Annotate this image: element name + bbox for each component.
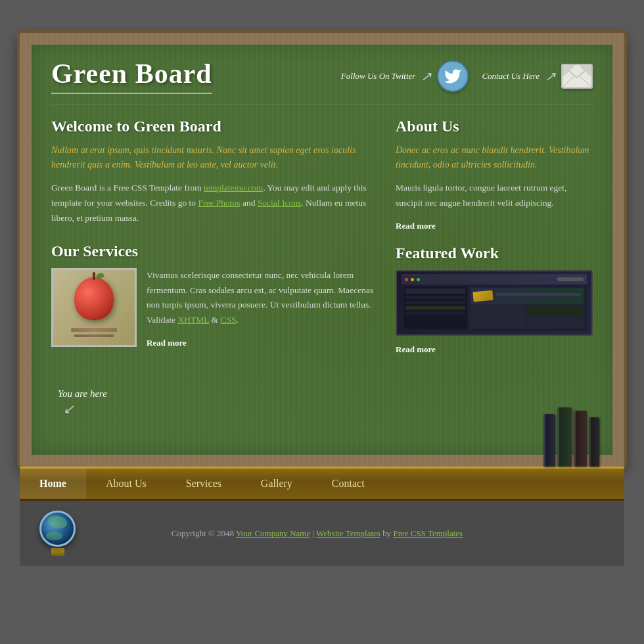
contact-arrow-icon: ↗ [545,68,556,84]
nav-list: Home About Us Services Gallery Contact [20,469,624,499]
services-image [51,268,137,347]
services-content: Vivamus scelerisque consectetur nunc, ne… [51,268,376,349]
featured-image [396,270,593,336]
nav-item-about: About Us [86,469,166,499]
you-are-here-label: You are here ↙ [58,388,107,417]
nav-item-gallery: Gallery [241,469,312,499]
book-1-icon [543,414,555,467]
footer: Copyright © 2048 Your Company Name | Web… [20,501,624,566]
services-read-more[interactable]: Read more [147,338,187,348]
about-italic: Donec ac eros ac nunc blandit hendrerit.… [396,143,593,173]
services-text-block: Vivamus scelerisque consectetur nunc, ne… [147,268,376,349]
chalkboard: Green Board Follow Us On Twitter ↗ [20,33,624,467]
svg-rect-0 [563,66,591,87]
about-read-more[interactable]: Read more [396,221,436,231]
book-4-icon [589,417,599,467]
nav-link-gallery[interactable]: Gallery [241,469,312,499]
header-icons: Follow Us On Twitter ↗ Contact Us Here ↗ [341,60,593,92]
you-are-here-arrow-icon: ↙ [63,401,74,417]
contact-link[interactable]: Contact Us Here ↗ [482,64,593,89]
about-heading: About Us [396,118,593,135]
footer-text: Copyright © 2048 Your Company Name | Web… [76,528,559,539]
envelope-icon [561,64,593,89]
welcome-text-1: Green Board is a Free CSS Template from [51,183,204,193]
separator: | [310,528,316,538]
nav-link-contact[interactable]: Contact [312,469,384,499]
featured-read-more[interactable]: Read more [396,344,436,355]
free-photos-link[interactable]: Free Photos [198,198,240,208]
twitter-bird-icon [437,60,469,92]
templatemo-link[interactable]: templatemo.com [204,183,263,193]
services-heading: Our Services [51,242,376,260]
nav-item-services: Services [166,469,241,499]
welcome-heading: Welcome to Green Board [51,118,376,135]
featured-work-section: Featured Work [396,244,593,355]
apple-icon [74,277,114,320]
welcome-italic: Nullam at erat ipsum, quis tincidunt mau… [51,143,376,173]
right-column: About Us Donec ac eros ac nunc blandit h… [396,118,593,355]
company-name-link[interactable]: Your Company Name [236,528,311,538]
books-decoration [543,407,599,467]
services-section: Our Services [51,242,376,349]
main-content: Welcome to Green Board Nullam at erat ip… [51,118,593,355]
nav-item-home: Home [20,469,86,499]
nav-link-about[interactable]: About Us [86,469,166,499]
nav-item-contact: Contact [312,469,384,499]
globe-icon [39,511,76,547]
globe-container [39,511,76,556]
by-text: by [380,528,394,538]
contact-label: Contact Us Here [482,71,540,81]
twitter-link[interactable]: Follow Us On Twitter ↗ [341,60,469,92]
navbar: Home About Us Services Gallery Contact [20,467,624,501]
book-3-icon [574,411,587,467]
logo: Green Board [51,58,212,94]
welcome-body: Green Board is a Free CSS Template from … [51,181,376,226]
book-2-icon [557,407,572,467]
about-body: Mauris ligula tortor, congue laoreet rut… [396,181,593,211]
header: Green Board Follow Us On Twitter ↗ [51,58,593,104]
social-icons-link[interactable]: Social Icons [258,198,301,208]
services-body: Vivamus scelerisque consectetur nunc, ne… [147,268,376,329]
welcome-text-3: and [241,198,258,208]
xhtml-link[interactable]: XHTML [178,315,210,325]
nav-link-services[interactable]: Services [166,469,241,499]
featured-heading: Featured Work [396,244,593,262]
website-templates-link[interactable]: Website Templates [316,528,380,538]
left-column: Welcome to Green Board Nullam at erat ip… [51,118,376,355]
nav-link-home[interactable]: Home [20,469,86,499]
you-are-here-text: You are here [58,388,107,400]
copyright-text: Copyright © 2048 [172,528,236,538]
site-title: Green Board [51,58,212,94]
free-css-link[interactable]: Free CSS Templates [393,528,463,538]
globe-stand-icon [51,548,64,556]
twitter-arrow-icon: ↗ [421,68,432,84]
follow-twitter-label: Follow Us On Twitter [341,71,416,81]
css-link[interactable]: CSS [220,315,236,325]
